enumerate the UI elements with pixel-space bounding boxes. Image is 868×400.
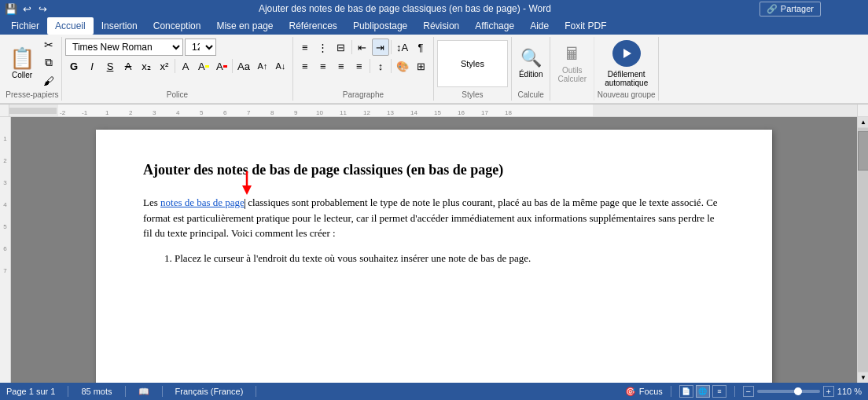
paste-button[interactable]: 📋 Coller — [6, 38, 38, 88]
sort-button[interactable]: ↕A — [393, 39, 411, 56]
increase-indent-button[interactable]: ⇥ — [372, 39, 389, 56]
save-button[interactable]: 💾 — [3, 1, 19, 17]
align-left-button[interactable]: ≡ — [296, 57, 314, 75]
ruler-mark: 4 — [176, 109, 179, 116]
footnote-link[interactable]: notes de bas de page — [160, 196, 245, 208]
ruler-mark: -2 — [60, 109, 65, 116]
cut-button[interactable]: ✂ — [39, 36, 58, 53]
edition-label: Édition — [519, 70, 543, 79]
align-center-button[interactable]: ≡ — [314, 57, 332, 75]
status-bar: Page 1 sur 1 85 mots 📖 Français (France)… — [0, 383, 868, 400]
tools-calculer-button[interactable]: 🖩 Outils Calculer — [554, 39, 590, 89]
show-formatting-button[interactable]: ¶ — [412, 39, 429, 56]
borders-button[interactable]: ⊞ — [413, 57, 430, 75]
line-spacing-button[interactable]: ↕ — [372, 57, 389, 75]
ruler-mark: 2 — [129, 109, 132, 116]
share-button[interactable]: 🔗 Partager — [760, 2, 821, 17]
numbering-button[interactable]: ⋮ — [314, 39, 332, 56]
ruler-mark: 12 — [363, 109, 370, 116]
redo-button[interactable]: ↪ — [35, 1, 50, 17]
focus-area: 🎯 Focus — [625, 387, 663, 397]
change-case-button[interactable]: Aa — [234, 57, 253, 75]
list-item: Placez le curseur à l'endroit du texte o… — [175, 251, 725, 266]
scroll-up-button[interactable]: ▲ — [858, 117, 868, 128]
zoom-out-button[interactable]: − — [743, 386, 754, 397]
subscript-button[interactable]: x₂ — [138, 57, 155, 75]
page-info: Page 1 sur 1 — [6, 387, 55, 396]
focus-label: Focus — [639, 387, 663, 396]
ruler-mark: 18 — [505, 109, 512, 116]
tools-label: Outils Calculer — [557, 66, 587, 83]
view-print-button[interactable]: 📄 — [679, 385, 693, 398]
font-group-label: Police — [62, 90, 292, 99]
menu-mise-en-page[interactable]: Mise en page — [208, 17, 281, 35]
view-buttons: 📄 🌐 ≡ — [679, 385, 726, 398]
status-separator — [68, 386, 68, 397]
focus-icon: 🎯 — [625, 387, 636, 397]
defilement-group-label: Nouveau groupe — [594, 90, 658, 99]
decrease-indent-button[interactable]: ⇤ — [354, 39, 371, 56]
menu-conception[interactable]: Conception — [145, 17, 209, 35]
format-painter-button[interactable]: 🖌 — [39, 72, 58, 90]
underline-button[interactable]: S — [101, 57, 119, 75]
text-highlight-button[interactable]: A — [195, 57, 212, 75]
view-outline-button[interactable]: ≡ — [712, 385, 726, 398]
edition-button[interactable]: 🔍 Édition — [515, 39, 547, 89]
page-container[interactable]: Ajouter des notes de bas de page classiq… — [11, 117, 857, 383]
font-group: Times New Roman 12 G I S A x₂ x² A A — [62, 37, 293, 101]
ruler-mark: 1 — [105, 109, 108, 116]
menu-fichier[interactable]: Fichier — [3, 17, 47, 35]
bold-button[interactable]: G — [65, 57, 83, 75]
font-size-select[interactable]: 12 — [185, 39, 216, 56]
language: Français (France) — [175, 387, 244, 396]
menu-revision[interactable]: Révision — [415, 17, 467, 35]
zoom-in-button[interactable]: + — [823, 386, 834, 397]
scroll-track[interactable] — [858, 128, 868, 372]
multilevel-button[interactable]: ⊟ — [333, 39, 350, 56]
menu-publipostage[interactable]: Publipostage — [345, 17, 415, 35]
defilement-icon — [612, 40, 641, 67]
defilement-button[interactable]: Défilement automatique — [601, 39, 652, 89]
scroll-down-button[interactable]: ▼ — [858, 372, 868, 383]
bullets-button[interactable]: ≡ — [296, 39, 314, 56]
menu-affichage[interactable]: Affichage — [467, 17, 522, 35]
shrink-font-button[interactable]: A↓ — [272, 57, 289, 75]
tools-group: 🖩 Outils Calculer — [550, 37, 594, 101]
zoom-slider[interactable] — [757, 390, 820, 393]
zoom-thumb[interactable] — [794, 387, 802, 395]
superscript-button[interactable]: x² — [156, 57, 173, 75]
paragraph-group: ≡ ⋮ ⊟ ⇤ ⇥ ↕A ¶ ≡ ≡ ≡ ≡ ↕ 🎨 ⊞ Par — [293, 37, 434, 101]
cursor-arrow — [242, 171, 252, 195]
ruler-mark: 11 — [340, 109, 347, 116]
shading-button[interactable]: 🎨 — [393, 57, 412, 75]
svg-marker-1 — [242, 185, 252, 195]
zoom-level: 110 % — [837, 387, 862, 396]
justify-button[interactable]: ≡ — [351, 57, 368, 75]
document-list: Placez le curseur à l'endroit du texte o… — [175, 251, 725, 266]
ruler-mark: 10 — [316, 109, 323, 116]
menu-references[interactable]: Références — [281, 17, 345, 35]
menu-insertion[interactable]: Insertion — [94, 17, 145, 35]
text-effects-button[interactable]: A — [177, 57, 194, 75]
ruler-mark: 13 — [387, 109, 394, 116]
italic-button[interactable]: I — [83, 57, 101, 75]
ruler-mark: 8 — [270, 109, 274, 116]
scroll-thumb[interactable] — [858, 131, 868, 171]
ruler-mark: 5 — [200, 109, 203, 116]
font-color-button[interactable]: A — [213, 57, 230, 75]
undo-button[interactable]: ↩ — [19, 1, 35, 17]
menu-foxit[interactable]: Foxit PDF — [557, 17, 614, 35]
font-name-select[interactable]: Times New Roman — [65, 39, 183, 56]
copy-button[interactable]: ⧉ — [39, 54, 58, 72]
grow-font-button[interactable]: A↑ — [254, 57, 271, 75]
document-page[interactable]: Ajouter des notes de bas de page classiq… — [96, 130, 772, 383]
ruler-mark: 17 — [481, 109, 488, 116]
menu-accueil[interactable]: Accueil — [47, 17, 94, 35]
styles-gallery[interactable]: Styles — [437, 40, 508, 87]
vertical-scrollbar[interactable]: ▲ ▼ — [857, 117, 868, 383]
strikethrough-button[interactable]: A — [120, 57, 137, 75]
menu-aide[interactable]: Aide — [522, 17, 557, 35]
defilement-group: Défilement automatique Nouveau groupe — [594, 37, 659, 101]
view-web-button[interactable]: 🌐 — [696, 385, 710, 398]
align-right-button[interactable]: ≡ — [333, 57, 350, 75]
